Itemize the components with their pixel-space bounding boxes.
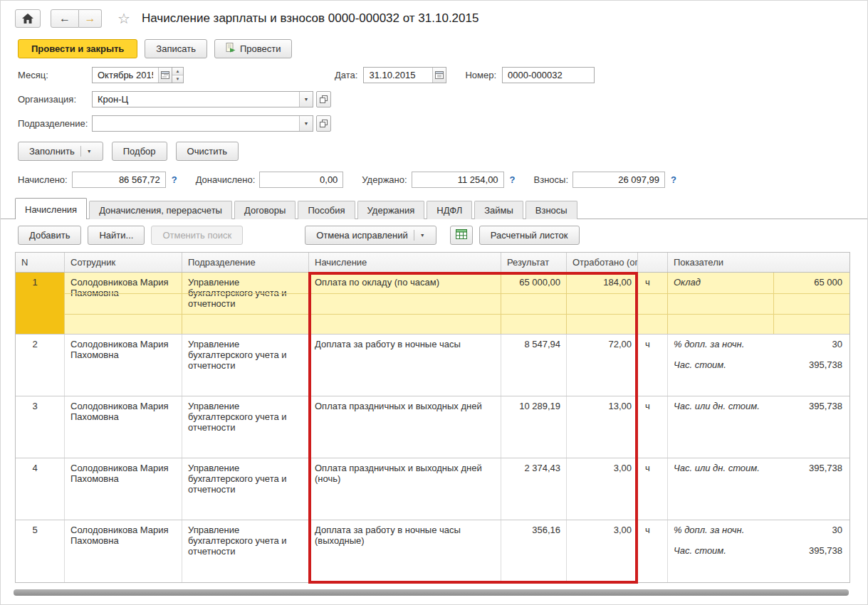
forward-icon[interactable]: → <box>79 9 102 28</box>
organization-choose-icon[interactable] <box>316 91 331 107</box>
table-row[interactable]: 4Солодовникова Мария ПахомовнаУправление… <box>16 458 849 520</box>
date-calendar-icon[interactable] <box>432 68 446 83</box>
cell-unit[interactable]: ч <box>637 273 667 334</box>
department-input[interactable] <box>93 116 299 131</box>
cell-indicators[interactable]: Оклад65 000 <box>667 273 849 334</box>
post-button[interactable]: Провести <box>214 39 293 58</box>
step-up-icon[interactable]: ▲ <box>172 68 183 75</box>
cell-employee[interactable]: Солодовникова Мария Пахомовна <box>64 273 182 334</box>
cell-worked[interactable]: 72,00 <box>566 335 637 396</box>
cell-accrual[interactable]: Доплата за работу в ночные часы <box>308 335 501 396</box>
cell-indicators[interactable]: % допл. за ночн.30Час. стоим.395,738 <box>667 335 849 396</box>
month-input[interactable] <box>93 68 158 83</box>
cell-worked[interactable]: 3,00 <box>566 458 637 520</box>
contributions-value[interactable]: 26 097,99 <box>572 172 665 188</box>
tab-donachisleniya[interactable]: Доначисления, перерасчеты <box>89 201 232 219</box>
cell-accrual[interactable]: Доплата за работу в ночные часы (выходны… <box>308 520 501 582</box>
spreadsheet-button[interactable] <box>450 226 473 245</box>
number-input[interactable] <box>503 68 594 83</box>
table-body: 1Солодовникова Мария ПахомовнаУправление… <box>16 273 849 582</box>
cell-worked[interactable]: 3,00 <box>566 520 637 582</box>
tab-uderzhaniya[interactable]: Удержания <box>357 201 425 219</box>
home-icon[interactable] <box>15 9 41 28</box>
accrued-help-link[interactable]: ? <box>172 174 177 185</box>
cell-result[interactable]: 8 547,94 <box>501 335 566 396</box>
payslip-button[interactable]: Расчетный листок <box>479 226 580 245</box>
cell-line-number[interactable]: 4 <box>16 458 64 520</box>
date-input[interactable] <box>364 68 432 83</box>
accrued-extra-value[interactable]: 0,00 <box>259 172 343 188</box>
cell-department[interactable]: Управление бухгалтерского учета и отчетн… <box>182 520 308 582</box>
tab-nachisleniya[interactable]: Начисления <box>15 198 87 219</box>
cancel-search-button: Отменить поиск <box>151 226 243 245</box>
tab-posobiya[interactable]: Пособия <box>298 201 355 219</box>
cell-department[interactable]: Управление бухгалтерского учета и отчетн… <box>182 273 308 334</box>
step-down-icon[interactable]: ▼ <box>172 75 183 83</box>
spreadsheet-icon <box>456 229 467 241</box>
cell-employee[interactable]: Солодовникова Мария Пахомовна <box>64 335 182 396</box>
organization-dropdown-icon[interactable]: ▼ <box>299 92 313 107</box>
cell-employee[interactable]: Солодовникова Мария Пахомовна <box>64 396 182 458</box>
tab-ndfl[interactable]: НДФЛ <box>427 201 472 219</box>
department-dropdown-icon[interactable]: ▼ <box>299 116 313 131</box>
table-row[interactable]: 1Солодовникова Мария ПахомовнаУправление… <box>16 273 849 335</box>
cell-result[interactable]: 10 289,19 <box>501 396 566 458</box>
undo-corrections-button[interactable]: Отмена исправлений ▼ <box>305 226 436 245</box>
cell-line-number[interactable]: 1 <box>16 273 64 334</box>
find-button[interactable]: Найти... <box>88 226 145 245</box>
cell-unit[interactable]: ч <box>637 520 667 582</box>
cell-accrual[interactable]: Оплата праздничных и выходных дней (ночь… <box>308 458 501 520</box>
cell-indicators[interactable]: Час. или дн. стоим.395,738 <box>667 458 849 520</box>
write-button[interactable]: Записать <box>145 39 207 58</box>
cell-line-number[interactable]: 2 <box>16 335 64 396</box>
undo-corrections-dropdown-icon[interactable]: ▼ <box>420 233 425 238</box>
cell-indicators[interactable]: Час. или дн. стоим.395,738 <box>667 396 849 458</box>
withheld-help-link[interactable]: ? <box>510 174 516 185</box>
indicator-line: Час. стоим.395,738 <box>668 541 849 562</box>
cell-employee[interactable]: Солодовникова Мария Пахомовна <box>64 458 182 520</box>
indicator-line: Час. стоим.395,738 <box>668 355 849 376</box>
contributions-help-link[interactable]: ? <box>671 174 676 185</box>
indicator-name: Час. стоим. <box>668 541 774 562</box>
table-row[interactable]: 3Солодовникова Мария ПахомовнаУправление… <box>16 396 849 458</box>
back-icon[interactable]: ← <box>51 9 79 28</box>
cell-unit[interactable]: ч <box>637 396 667 458</box>
tab-dogovory[interactable]: Договоры <box>234 201 296 219</box>
cell-worked[interactable]: 184,00 <box>566 273 637 334</box>
cell-worked[interactable]: 13,00 <box>566 396 637 458</box>
accruals-table: N Сотрудник Подразделение Начисление Рез… <box>15 252 850 583</box>
pick-button[interactable]: Подбор <box>112 142 167 161</box>
organization-input[interactable] <box>93 92 299 107</box>
cell-result[interactable]: 2 374,43 <box>501 458 566 520</box>
cell-unit[interactable]: ч <box>637 335 667 396</box>
table-row[interactable]: 5Солодовникова Мария ПахомовнаУправление… <box>16 520 849 582</box>
post-and-close-button[interactable]: Провести и закрыть <box>18 39 137 58</box>
cell-department[interactable]: Управление бухгалтерского учета и отчетн… <box>182 458 308 520</box>
add-button[interactable]: Добавить <box>18 226 81 245</box>
cell-accrual[interactable]: Оплата праздничных и выходных дней <box>308 396 501 458</box>
cell-result[interactable]: 65 000,00 <box>501 273 566 334</box>
fill-button[interactable]: Заполнить ▼ <box>18 142 103 161</box>
cell-line-number[interactable]: 3 <box>16 396 64 458</box>
cell-indicators[interactable]: % допл. за ночн.30Час. стоим.395,738 <box>667 520 849 582</box>
cell-department[interactable]: Управление бухгалтерского учета и отчетн… <box>182 335 308 396</box>
month-stepper[interactable]: ▲▼ <box>172 67 184 83</box>
department-label: Подразделение: <box>18 118 92 129</box>
month-calendar-icon[interactable] <box>158 68 172 83</box>
cell-result[interactable]: 356,16 <box>501 520 566 582</box>
tab-vznosy[interactable]: Взносы <box>525 201 577 219</box>
tab-zaymy[interactable]: Займы <box>474 201 523 219</box>
cell-unit[interactable]: ч <box>637 458 667 520</box>
fill-dropdown-icon[interactable]: ▼ <box>87 149 92 154</box>
cell-department[interactable]: Управление бухгалтерского учета и отчетн… <box>182 396 308 458</box>
clear-button[interactable]: Очистить <box>176 142 239 161</box>
cell-line-number[interactable]: 5 <box>16 520 64 582</box>
withheld-value[interactable]: 11 254,00 <box>412 172 504 188</box>
favorite-star-icon[interactable]: ☆ <box>117 10 130 27</box>
accrued-value[interactable]: 86 567,72 <box>72 172 166 188</box>
table-row[interactable]: 2Солодовникова Мария ПахомовнаУправление… <box>16 335 849 396</box>
cell-employee[interactable]: Солодовникова Мария Пахомовна <box>64 520 182 582</box>
cell-accrual[interactable]: Оплата по окладу (по часам) <box>308 273 501 334</box>
department-choose-icon[interactable] <box>316 115 331 132</box>
indicator-value: 395,738 <box>774 355 849 376</box>
